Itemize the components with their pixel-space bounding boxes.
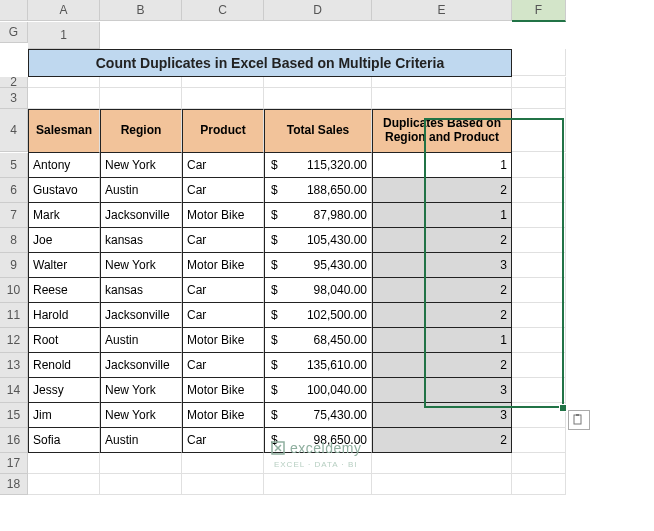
cell-F3[interactable] <box>372 88 512 109</box>
cell-product[interactable]: Car <box>182 353 264 378</box>
cell-product[interactable]: Car <box>182 228 264 253</box>
row-header-11[interactable]: 11 <box>0 303 28 328</box>
cell-product[interactable]: Car <box>182 278 264 303</box>
cell-sales[interactable]: $105,430.00 <box>264 228 372 253</box>
cell-G18[interactable] <box>512 474 566 495</box>
row-header-15[interactable]: 15 <box>0 403 28 428</box>
cell-duplicates[interactable]: 2 <box>372 428 512 453</box>
cell-C18[interactable] <box>100 474 182 495</box>
cell-G11[interactable] <box>512 303 566 328</box>
cell-B17[interactable] <box>28 453 100 474</box>
cell-G10[interactable] <box>512 278 566 303</box>
cell-sales[interactable]: $87,980.00 <box>264 203 372 228</box>
row-header-2[interactable]: 2 <box>0 77 28 88</box>
col-header-A[interactable]: A <box>28 0 100 21</box>
cell-G3[interactable] <box>512 88 566 109</box>
cell-region[interactable]: kansas <box>100 228 182 253</box>
cell-duplicates[interactable]: 2 <box>372 228 512 253</box>
cell-G8[interactable] <box>512 228 566 253</box>
cell-G4[interactable] <box>512 109 566 152</box>
col-header-D[interactable]: D <box>264 0 372 21</box>
row-header-7[interactable]: 7 <box>0 203 28 228</box>
fill-handle[interactable] <box>559 404 567 412</box>
col-header-F[interactable]: F <box>512 0 566 22</box>
row-header-17[interactable]: 17 <box>0 453 28 474</box>
cell-E3[interactable] <box>264 88 372 109</box>
cell-G16[interactable] <box>512 428 566 453</box>
row-header-5[interactable]: 5 <box>0 153 28 178</box>
row-header-14[interactable]: 14 <box>0 378 28 403</box>
col-header-B[interactable]: B <box>100 0 182 21</box>
cell-G9[interactable] <box>512 253 566 278</box>
cell-sales[interactable]: $102,500.00 <box>264 303 372 328</box>
row-header-12[interactable]: 12 <box>0 328 28 353</box>
cell-product[interactable]: Motor Bike <box>182 328 264 353</box>
cell-product[interactable]: Car <box>182 428 264 453</box>
cell-duplicates[interactable]: 1 <box>372 153 512 178</box>
cell-region[interactable]: New York <box>100 253 182 278</box>
row-header-13[interactable]: 13 <box>0 353 28 378</box>
cell-C2[interactable] <box>100 77 182 88</box>
cell-C17[interactable] <box>100 453 182 474</box>
row-header-9[interactable]: 9 <box>0 253 28 278</box>
cell-E18[interactable] <box>264 474 372 495</box>
row-header-10[interactable]: 10 <box>0 278 28 303</box>
row-header-8[interactable]: 8 <box>0 228 28 253</box>
row-header-4[interactable]: 4 <box>0 109 28 152</box>
cell-G5[interactable] <box>512 153 566 178</box>
cell-salesman[interactable]: Renold <box>28 353 100 378</box>
row-header-16[interactable]: 16 <box>0 428 28 453</box>
cell-D2[interactable] <box>182 77 264 88</box>
cell-duplicates[interactable]: 3 <box>372 403 512 428</box>
cell-F18[interactable] <box>372 474 512 495</box>
cell-B3[interactable] <box>28 88 100 109</box>
cell-G13[interactable] <box>512 353 566 378</box>
cell-G2[interactable] <box>512 77 566 88</box>
cell-duplicates[interactable]: 2 <box>372 278 512 303</box>
cell-region[interactable]: Austin <box>100 328 182 353</box>
cell-region[interactable]: Jacksonville <box>100 353 182 378</box>
col-header-G[interactable]: G <box>0 22 28 43</box>
cell-D18[interactable] <box>182 474 264 495</box>
cell-sales[interactable]: $98,040.00 <box>264 278 372 303</box>
cell-product[interactable]: Motor Bike <box>182 403 264 428</box>
cell-salesman[interactable]: Reese <box>28 278 100 303</box>
cell-region[interactable]: Austin <box>100 428 182 453</box>
cell-F2[interactable] <box>372 77 512 88</box>
cell-region[interactable]: kansas <box>100 278 182 303</box>
cell-F17[interactable] <box>372 453 512 474</box>
cell-region[interactable]: New York <box>100 378 182 403</box>
cell-C3[interactable] <box>100 88 182 109</box>
cell-sales[interactable]: $115,320.00 <box>264 153 372 178</box>
cell-product[interactable]: Car <box>182 303 264 328</box>
cell-duplicates[interactable]: 2 <box>372 178 512 203</box>
cell-product[interactable]: Car <box>182 153 264 178</box>
cell-duplicates[interactable]: 2 <box>372 353 512 378</box>
cell-G7[interactable] <box>512 203 566 228</box>
cell-D3[interactable] <box>182 88 264 109</box>
row-header-6[interactable]: 6 <box>0 178 28 203</box>
cell-sales[interactable]: $100,040.00 <box>264 378 372 403</box>
cell-duplicates[interactable]: 3 <box>372 253 512 278</box>
paste-options-button[interactable] <box>568 410 590 430</box>
cell-G14[interactable] <box>512 378 566 403</box>
col-header-C[interactable]: C <box>182 0 264 21</box>
cell-product[interactable]: Car <box>182 178 264 203</box>
cell-salesman[interactable]: Harold <box>28 303 100 328</box>
cell-region[interactable]: Jacksonville <box>100 303 182 328</box>
cell-region[interactable]: Jacksonville <box>100 203 182 228</box>
cell-duplicates[interactable]: 2 <box>372 303 512 328</box>
cell-B18[interactable] <box>28 474 100 495</box>
cell-B2[interactable] <box>28 77 100 88</box>
cell-G6[interactable] <box>512 178 566 203</box>
cell-region[interactable]: New York <box>100 153 182 178</box>
cell-G12[interactable] <box>512 328 566 353</box>
cell-product[interactable]: Motor Bike <box>182 378 264 403</box>
cell-duplicates[interactable]: 1 <box>372 328 512 353</box>
cell-region[interactable]: Austin <box>100 178 182 203</box>
cell-duplicates[interactable]: 1 <box>372 203 512 228</box>
cell-region[interactable]: New York <box>100 403 182 428</box>
cell-salesman[interactable]: Sofia <box>28 428 100 453</box>
cell-duplicates[interactable]: 3 <box>372 378 512 403</box>
cell-salesman[interactable]: Jessy <box>28 378 100 403</box>
